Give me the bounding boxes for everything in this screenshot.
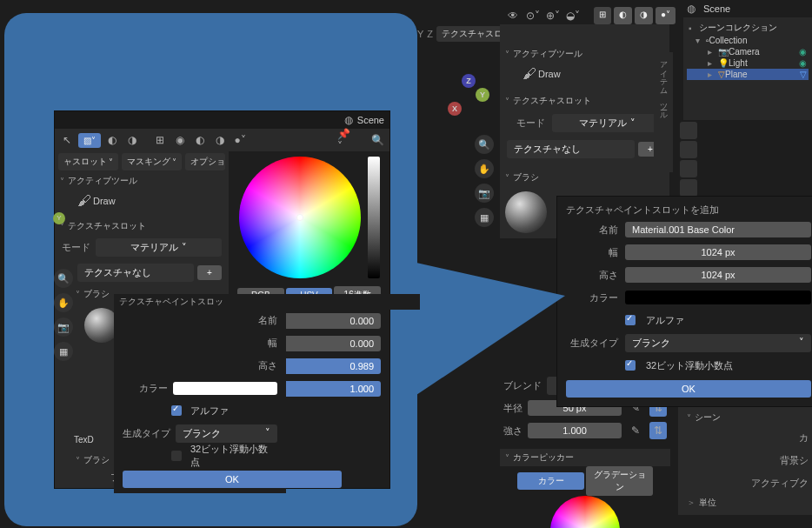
tex-none-r: テクスチャなし	[507, 140, 635, 158]
float-label-r: 32ビット浮動小数点	[646, 359, 733, 372]
inset-active-tool[interactable]: ˅アクティブツール	[55, 172, 229, 190]
color-wheel[interactable]	[239, 157, 361, 278]
inset-pin-icon[interactable]: 📌˅	[337, 131, 355, 149]
inset-draw-label: Draw	[93, 196, 116, 206]
brush-preview-r[interactable]	[505, 191, 547, 233]
hand-icon[interactable]: ✋	[475, 159, 494, 178]
inset-add-tex[interactable]: +	[197, 265, 222, 280]
zoom-icon[interactable]: 🔍	[475, 135, 494, 154]
inset-cslot-dd[interactable]: ャスロット˅	[58, 153, 118, 170]
nav-gizmo[interactable]: Z Y X	[448, 74, 489, 116]
value-slider[interactable]	[368, 157, 380, 278]
inset-texslot[interactable]: ˅テクスチャスロット	[55, 217, 229, 235]
outliner-scene-collection[interactable]: ▪シーンコレクション	[687, 21, 809, 35]
outliner-panel: ▪シーンコレクション ▾▫ Collection ▸📷 Camera◉ ▸💡 L…	[683, 17, 812, 120]
inset-float-check[interactable]	[171, 451, 182, 461]
inset-camera-icon[interactable]: 📷	[54, 317, 73, 337]
axis-y[interactable]: Y	[417, 29, 423, 39]
side-tab-item[interactable]: アイテム	[658, 56, 669, 90]
camera-nav-icon[interactable]: 📷	[475, 184, 494, 203]
height-field-r[interactable]: 1024 px	[625, 267, 811, 283]
inset-scene-icon: ◍	[340, 111, 357, 129]
name-label-r: 名前	[566, 224, 618, 237]
perspective-icon[interactable]: ▦	[475, 208, 494, 227]
outliner-plane[interactable]: ▸▽ Plane▽	[687, 69, 809, 80]
width-label-r: 幅	[566, 246, 618, 259]
inset-alpha-check[interactable]	[171, 405, 182, 416]
popup-title-r: テクスチャペイントスロットを追加	[562, 202, 812, 218]
shading-mat[interactable]: ◑	[635, 7, 653, 24]
scene-label: Scene	[703, 3, 730, 14]
inset-color-swatch[interactable]	[173, 382, 277, 395]
mode-select-r[interactable]: マテリアル ˅	[552, 114, 662, 132]
strength-pressure-icon[interactable]: ⇅	[649, 422, 667, 439]
active-tool-panel-r[interactable]: ˅アクティブツール	[500, 45, 669, 63]
float-check-r[interactable]	[625, 360, 636, 371]
color-wheel-small[interactable]	[550, 496, 620, 528]
inset-search-icon[interactable]: 🔍	[369, 131, 386, 149]
unit-header[interactable]: ＞単位	[682, 494, 812, 511]
inset-mode-select[interactable]: マテリアル ˅	[96, 238, 222, 257]
ok-button-r[interactable]: OK	[566, 380, 811, 398]
brush-panel-r[interactable]: ˅ブラシ	[500, 169, 669, 186]
prop-tab-2[interactable]	[680, 141, 697, 158]
color-picker-header[interactable]: ˅カラーピッカー	[500, 449, 670, 466]
inset-axis-y[interactable]: Y	[53, 212, 65, 224]
outliner-collection[interactable]: ▾▫ Collection	[687, 35, 809, 46]
inset-gen-lbl: 生成タイプ	[123, 427, 170, 440]
inset-masking-dd[interactable]: マスキング˅	[122, 153, 182, 170]
strength-pen-icon[interactable]: ✎	[627, 422, 644, 439]
inset-mode-icon[interactable]: ▧˅	[78, 133, 101, 148]
inset-cursor-icon[interactable]: ↖	[58, 131, 76, 149]
inset-shade1[interactable]: ◐	[103, 131, 121, 149]
inset-wire[interactable]: ⊞	[151, 131, 169, 149]
shading-render[interactable]: ●˅	[656, 7, 676, 24]
inset-solid[interactable]: ◉	[171, 131, 189, 149]
shading-solid[interactable]: ◐	[614, 7, 632, 24]
side-tab-tool[interactable]: ツール	[658, 97, 669, 115]
inset-texd[interactable]: TexD	[74, 435, 94, 444]
inset-half[interactable]: ◑	[211, 131, 229, 149]
overlay-dd-icon[interactable]: ⊙˅	[524, 7, 542, 24]
inset-gen-select[interactable]: ブランク˅	[176, 424, 277, 443]
width-field-r[interactable]: 1024 px	[625, 244, 811, 260]
color-wheel-cursor	[296, 214, 303, 221]
inset-zoom-icon[interactable]: 🔍	[54, 269, 73, 288]
alpha-check-r[interactable]	[625, 315, 636, 325]
inset-tex-none: テクスチャなし	[77, 264, 194, 282]
color-swatch-r[interactable]	[625, 291, 811, 304]
inset-mode-lbl: モード	[62, 241, 90, 254]
inset-persp-icon[interactable]: ▦	[54, 342, 73, 361]
mode-label-r: モード	[507, 117, 545, 130]
scene-header[interactable]: ˅シーン	[682, 409, 812, 426]
gizmo-icon[interactable]: ⊕˅	[544, 7, 562, 24]
inset-hand-icon[interactable]: ✋	[54, 293, 73, 312]
prop-tab-1[interactable]	[680, 122, 697, 139]
gentype-select-r[interactable]: ブランク˅	[625, 334, 811, 352]
name-field-r[interactable]: Material.001 Base Color	[625, 222, 811, 237]
draw-brush-icon-r: 🖌	[521, 65, 538, 83]
inset-shade2[interactable]: ◑	[123, 131, 141, 149]
color-label-r: カラー	[566, 291, 618, 304]
inset-scene-label: Scene	[357, 115, 384, 125]
prop-tab-3[interactable]	[680, 160, 697, 177]
inset-width-lbl: 幅	[268, 337, 277, 350]
inset-rend[interactable]: ●˅	[231, 131, 249, 149]
inset-ok-button[interactable]: OK	[123, 471, 342, 488]
strength-label: 強さ	[503, 424, 522, 438]
tex-slot-panel-r[interactable]: ˅テクスチャスロット	[500, 92, 669, 110]
outliner-light[interactable]: ▸💡 Light◉	[687, 57, 809, 69]
shading-wire[interactable]: ⊞	[594, 7, 611, 24]
outliner-camera[interactable]: ▸📷 Camera◉	[687, 46, 809, 57]
inset-float-lbl: 32ビット浮動小数点	[190, 443, 277, 469]
overlay-icon[interactable]: ◒˅	[564, 7, 582, 24]
color-tab[interactable]: カラー	[517, 472, 584, 490]
strength-field[interactable]: 1.000	[528, 423, 622, 438]
inset-mat[interactable]: ◐	[191, 131, 209, 149]
act-label: アクティブク	[751, 477, 809, 490]
prop-tab-4[interactable]	[680, 179, 697, 197]
gradient-tab[interactable]: グラデーション	[586, 466, 653, 496]
axis-z[interactable]: Z	[427, 29, 433, 39]
inset-options-dd[interactable]: オプショ	[185, 153, 225, 170]
visibility-icon[interactable]: 👁	[504, 7, 522, 24]
